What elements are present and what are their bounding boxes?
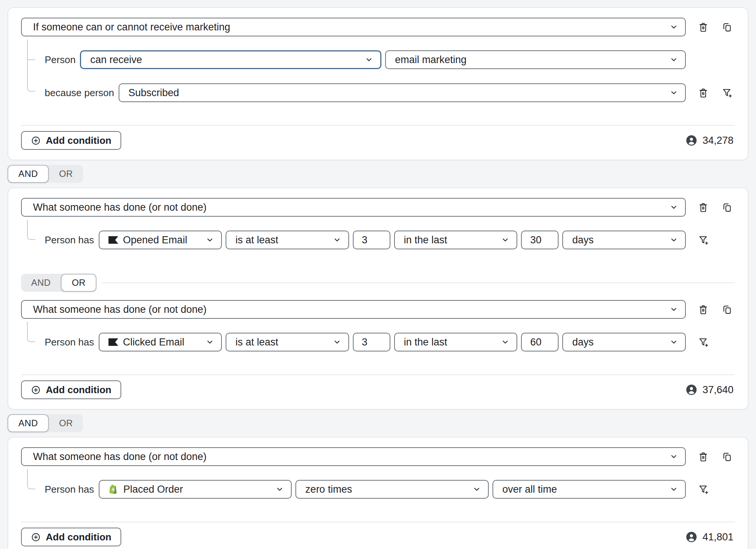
chevron-down-icon [333, 235, 342, 244]
condition-row-label: Person has [45, 234, 94, 246]
condition-row-label: because person [45, 87, 114, 99]
or-option[interactable]: OR [49, 165, 83, 183]
event-select[interactable]: Clicked Email [99, 333, 222, 351]
time-unit-select[interactable]: days [562, 231, 686, 249]
or-option[interactable]: OR [61, 274, 96, 292]
duplicate-condition-button[interactable] [721, 451, 732, 462]
condition-controls: can receive email marketing [80, 50, 686, 69]
consent-operator-value: can receive [90, 54, 142, 66]
condition-section: What someone has done (or not done) P [21, 300, 735, 352]
condition-group-2: What someone has done (or not done) P [8, 187, 748, 410]
add-filter-button[interactable] [698, 235, 709, 246]
condition-row-label: Person has [45, 484, 94, 495]
chevron-down-icon [669, 452, 678, 461]
condition-group-1: If someone can or cannot receive marketi… [8, 7, 748, 160]
group-footer: Add condition 41,801 [21, 522, 735, 546]
timeframe-value-input[interactable]: 60 [521, 333, 559, 351]
condition-type-select[interactable]: What someone has done (or not done) [21, 198, 686, 217]
condition-controls: S Placed Order zero times [99, 480, 686, 499]
duplicate-condition-button[interactable] [721, 22, 732, 33]
delete-condition-button[interactable] [698, 451, 709, 462]
timeframe-select[interactable]: over all time [492, 480, 686, 499]
time-unit-select[interactable]: days [562, 333, 686, 351]
condition-type-select[interactable]: If someone can or cannot receive marketi… [21, 18, 686, 36]
timeframe-select[interactable]: in the last [394, 333, 518, 351]
add-condition-button[interactable]: Add condition [21, 380, 121, 399]
condition-type-value: If someone can or cannot receive marketi… [33, 21, 230, 33]
profile-count: 37,640 [686, 384, 735, 396]
timeframe-value: in the last [404, 234, 447, 246]
frequency-operator-select[interactable]: is at least [226, 333, 349, 351]
chevron-down-icon [501, 338, 510, 347]
timeframe-value: over all time [502, 484, 557, 495]
chevron-down-icon [364, 55, 373, 64]
condition-controls: Opened Email is at least 3 in the last [99, 231, 686, 249]
chevron-down-icon [669, 485, 678, 494]
frequency-operator-select[interactable]: zero times [295, 480, 489, 499]
group-logic-toggle: AND OR [8, 165, 748, 183]
frequency-value-input[interactable]: 3 [353, 231, 390, 249]
condition-type-row: What someone has done (or not done) [21, 198, 735, 217]
frequency-operator-select[interactable]: is at least [226, 231, 349, 249]
event-value: Placed Order [123, 484, 183, 495]
add-condition-button[interactable]: Add condition [21, 131, 121, 150]
row-actions [686, 87, 735, 98]
and-option[interactable]: AND [21, 274, 61, 292]
condition-type-row: What someone has done (or not done) [21, 300, 735, 319]
chevron-down-icon [472, 485, 481, 494]
or-option[interactable]: OR [49, 414, 83, 432]
add-filter-button[interactable] [721, 87, 732, 98]
tree-connector [27, 322, 35, 342]
condition-section: What someone has done (or not done) P [21, 198, 735, 250]
and-option[interactable]: AND [8, 165, 49, 183]
event-select[interactable]: Opened Email [99, 231, 222, 249]
condition-group-3: What someone has done (or not done) P [8, 437, 748, 549]
consent-reason-row: because person Subscribed [45, 83, 735, 103]
profile-count-value: 37,640 [702, 384, 733, 396]
delete-condition-button[interactable] [698, 22, 709, 33]
chevron-down-icon [669, 203, 678, 212]
delete-condition-button[interactable] [698, 304, 709, 315]
duplicate-condition-button[interactable] [721, 304, 732, 315]
timeframe-select[interactable]: in the last [394, 231, 518, 249]
person-badge-icon [686, 135, 697, 146]
chevron-down-icon [669, 88, 678, 97]
consent-reason-select[interactable]: Subscribed [119, 83, 686, 102]
timeframe-value-input[interactable]: 30 [521, 231, 559, 249]
duplicate-condition-button[interactable] [721, 202, 732, 213]
delete-row-button[interactable] [698, 87, 709, 98]
frequency-value-input[interactable]: 3 [353, 333, 390, 351]
add-filter-button[interactable] [698, 337, 709, 348]
condition-row-label: Person [45, 54, 75, 66]
and-or-toggle: AND OR [8, 165, 83, 183]
logic-divider-line [102, 282, 735, 283]
consent-channel-select[interactable]: email marketing [385, 50, 686, 69]
and-or-toggle: AND OR [21, 274, 96, 292]
chevron-down-icon [333, 338, 342, 347]
row-actions [686, 202, 735, 213]
event-condition-row: Person has S Placed Order [45, 480, 735, 499]
condition-type-select[interactable]: What someone has done (or not done) [21, 300, 686, 319]
profile-count: 34,278 [686, 135, 735, 146]
row-actions [686, 484, 735, 495]
add-filter-button[interactable] [698, 484, 709, 495]
subgroup-logic-toggle: AND OR [21, 274, 735, 292]
condition-section: What someone has done (or not done) P [21, 447, 735, 499]
and-option[interactable]: AND [8, 414, 49, 432]
row-actions [686, 235, 735, 246]
condition-section: If someone can or cannot receive marketi… [21, 18, 735, 103]
add-condition-button[interactable]: Add condition [21, 528, 121, 546]
tree-connector [27, 220, 35, 240]
consent-operator-select[interactable]: can receive [80, 50, 381, 69]
tree-connector [27, 87, 35, 92]
event-select[interactable]: S Placed Order [99, 480, 292, 499]
group-footer: Add condition 37,640 [21, 374, 735, 399]
chevron-down-icon [669, 23, 678, 32]
consent-reason-value: Subscribed [128, 87, 179, 99]
chevron-down-icon [669, 55, 678, 64]
row-actions [686, 304, 735, 315]
tree-connector [27, 39, 28, 87]
condition-type-select[interactable]: What someone has done (or not done) [21, 447, 686, 466]
shopify-bag-icon: S [108, 484, 119, 495]
delete-condition-button[interactable] [698, 202, 709, 213]
